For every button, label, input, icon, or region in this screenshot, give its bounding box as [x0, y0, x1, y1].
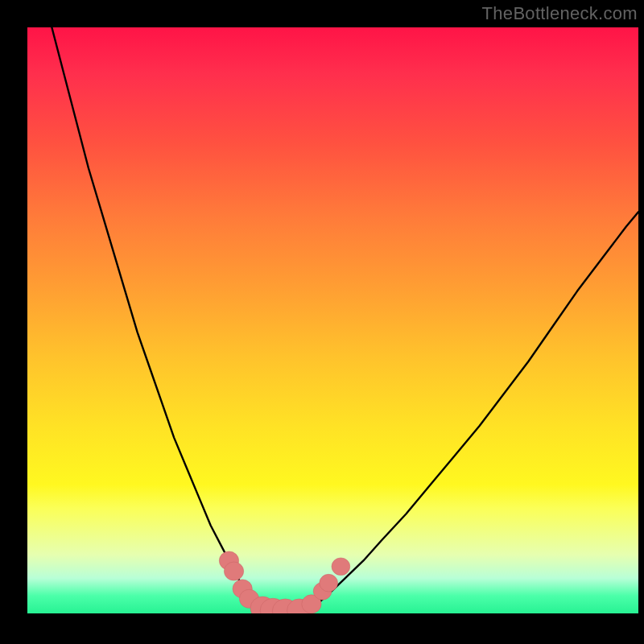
plot-area: [27, 27, 638, 613]
bead-group: [219, 551, 349, 613]
curve-group: [52, 27, 638, 613]
left-bead-mid: [224, 562, 243, 580]
right-bead-upper: [332, 558, 350, 576]
bottleneck-curve-svg: [27, 27, 638, 613]
right-bead-mid2: [320, 574, 338, 592]
chart-frame: TheBottleneck.com: [0, 0, 644, 644]
watermark-text: TheBottleneck.com: [482, 3, 638, 24]
bottleneck-curve: [52, 27, 638, 613]
